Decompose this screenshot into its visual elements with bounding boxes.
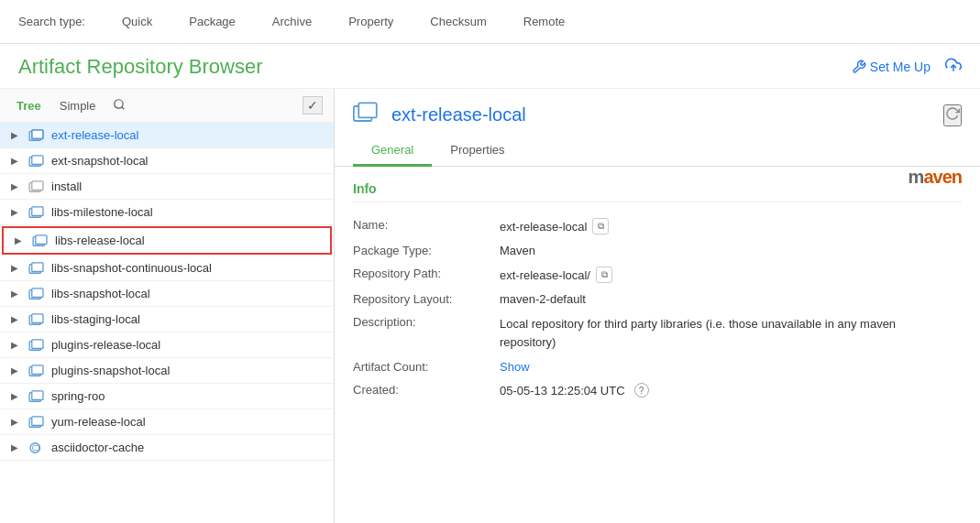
search-type-quick[interactable]: Quick [104, 0, 171, 44]
info-row-name: Name: ext-release-local ⧉ [353, 213, 962, 239]
svg-rect-27 [32, 416, 43, 425]
sidebar-item-label: yum-release-local [51, 415, 146, 429]
info-label-package-type: Package Type: [353, 244, 500, 257]
info-row-description: Description: Local repository for third … [353, 311, 962, 355]
sidebar-item-label: libs-release-local [55, 234, 145, 247]
sidebar-item-yum-release-local[interactable]: ▶ yum-release-local [0, 409, 334, 435]
wrench-icon [852, 60, 866, 74]
info-value-repo-layout: maven-2-default [500, 292, 586, 306]
sidebar-item-plugins-snapshot-local[interactable]: ▶ plugins-snapshot-local [0, 358, 334, 384]
check-icon[interactable]: ✓ [303, 96, 323, 114]
copy-icon[interactable]: ⧉ [592, 218, 609, 234]
header-actions: Set Me Up [852, 57, 962, 77]
info-value-repo-path: ext-release-local/ ⧉ [500, 267, 612, 283]
tab-general[interactable]: General [353, 136, 432, 167]
sidebar-item-label: plugins-release-local [51, 338, 160, 352]
info-label-description: Description: [353, 315, 500, 329]
sidebar-item-label: libs-milestone-local [51, 205, 153, 219]
tab-tree[interactable]: Tree [11, 97, 47, 114]
sidebar-item-ext-snapshot-local[interactable]: ▶ ext-snapshot-local [0, 148, 334, 174]
maven-logo: maven [908, 167, 962, 188]
info-value-package-type: Maven [500, 244, 535, 257]
repo-icon [28, 288, 46, 300]
content-row: Tree Simple ✓ ▶ [0, 89, 980, 523]
sidebar-item-label: libs-snapshot-local [51, 287, 150, 300]
repo-icon [28, 155, 46, 168]
sidebar-item-spring-roo[interactable]: ▶ spring-roo [0, 384, 334, 409]
set-me-up-label: Set Me Up [870, 60, 930, 74]
chevron-right-icon: ▶ [11, 207, 24, 217]
upload-icon[interactable] [945, 57, 962, 77]
sidebar-search-icon[interactable] [113, 98, 126, 114]
detail-tabs: General Properties [335, 136, 980, 167]
sidebar-item-asciidoctor-cache[interactable]: ▶ asciidoctor-cache [0, 435, 334, 461]
svg-rect-19 [32, 313, 43, 322]
sidebar-item-libs-snapshot-continuous-local[interactable]: ▶ libs-snapshot-continuous-local [0, 256, 334, 281]
svg-rect-25 [32, 390, 43, 399]
info-label-artifact-count: Artifact Count: [353, 360, 500, 374]
sidebar-item-libs-release-local[interactable]: ▶ libs-release-local [2, 226, 332, 255]
detail-repo-icon [353, 102, 382, 128]
sidebar: Tree Simple ✓ ▶ [0, 89, 335, 523]
info-label-repo-path: Repository Path: [353, 267, 500, 280]
tab-properties[interactable]: Properties [432, 136, 523, 167]
chevron-right-icon: ▶ [11, 365, 24, 376]
sidebar-item-label: ext-release-local [51, 128, 138, 142]
chevron-right-icon: ▶ [11, 442, 24, 452]
info-row-package-type: Package Type: Maven [353, 239, 962, 262]
svg-point-28 [30, 442, 40, 452]
sidebar-list: ▶ ext-release-local ▶ [0, 123, 334, 523]
sidebar-item-label: spring-roo [51, 389, 105, 403]
repo-icon [28, 416, 46, 429]
svg-rect-11 [32, 206, 43, 215]
repo-icon [28, 365, 46, 377]
chevron-right-icon: ▶ [11, 263, 24, 273]
svg-rect-17 [32, 288, 43, 297]
copy-path-icon[interactable]: ⧉ [596, 267, 612, 283]
repo-icon [28, 339, 46, 352]
sidebar-item-libs-snapshot-local[interactable]: ▶ libs-snapshot-local [0, 281, 334, 307]
search-type-package[interactable]: Package [171, 0, 254, 44]
svg-point-1 [114, 99, 122, 107]
detail-title-row: ext-release-local [353, 102, 526, 128]
detail-panel: ext-release-local General Properties m [335, 89, 980, 523]
help-icon[interactable]: ? [634, 383, 649, 398]
svg-rect-23 [32, 365, 43, 374]
info-value-artifact-count[interactable]: Show [500, 360, 530, 374]
chevron-right-icon: ▶ [11, 340, 24, 350]
search-type-remote[interactable]: Remote [505, 0, 584, 44]
main-area: Artifact Repository Browser Set Me Up [0, 44, 980, 523]
detail-title: ext-release-local [391, 104, 526, 125]
search-type-property[interactable]: Property [330, 0, 412, 44]
svg-rect-7 [32, 155, 43, 164]
sidebar-item-label: libs-snapshot-continuous-local [51, 261, 212, 275]
header-row: Artifact Repository Browser Set Me Up [0, 44, 980, 89]
svg-rect-4 [32, 129, 43, 138]
info-row-repo-path: Repository Path: ext-release-local/ ⧉ [353, 262, 962, 288]
info-value-created: 05-05-13 12:25:04 UTC ? [500, 383, 649, 398]
detail-header: ext-release-local [335, 89, 980, 128]
search-type-archive[interactable]: Archive [254, 0, 330, 44]
sidebar-item-plugins-release-local[interactable]: ▶ plugins-release-local [0, 332, 334, 358]
sidebar-item-install[interactable]: ▶ install [0, 174, 334, 200]
sidebar-item-libs-staging-local[interactable]: ▶ libs-staging-local [0, 307, 334, 332]
search-type-checksum[interactable]: Checksum [412, 0, 504, 44]
svg-rect-29 [33, 445, 39, 450]
repo-icon [28, 441, 46, 454]
chevron-right-icon: ▶ [15, 235, 28, 245]
info-value-description: Local repository for third party librari… [500, 315, 940, 351]
set-me-up-button[interactable]: Set Me Up [852, 60, 930, 74]
tab-simple[interactable]: Simple [54, 97, 102, 114]
sidebar-item-label: install [51, 180, 82, 193]
search-type-label: Search type: [18, 15, 85, 28]
svg-rect-9 [32, 180, 43, 190]
sidebar-item-ext-release-local[interactable]: ▶ ext-release-local [0, 123, 334, 148]
sidebar-item-libs-milestone-local[interactable]: ▶ libs-milestone-local [0, 200, 334, 225]
info-row-repo-layout: Repository Layout: maven-2-default [353, 288, 962, 311]
sidebar-toolbar: Tree Simple ✓ [0, 89, 334, 123]
chevron-right-icon: ▶ [11, 156, 24, 166]
refresh-button[interactable] [943, 104, 962, 126]
repo-icon [28, 390, 46, 403]
svg-rect-15 [32, 262, 43, 271]
repo-icon [28, 262, 46, 275]
